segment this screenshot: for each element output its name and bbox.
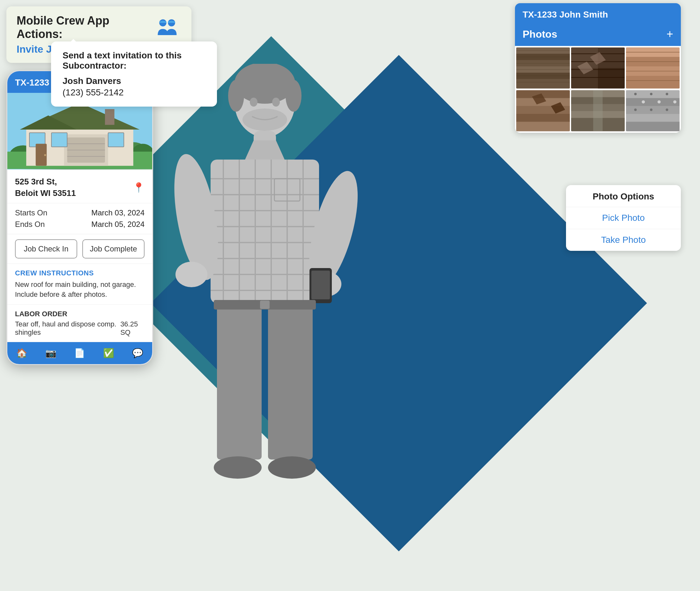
contact-phone: (123) 555-2142 xyxy=(63,87,205,97)
labor-title: LABOR ORDER xyxy=(15,310,145,318)
photo-thumb-2[interactable] xyxy=(571,47,625,89)
svg-point-88 xyxy=(250,97,258,107)
ends-value: March 05, 2024 xyxy=(91,220,145,229)
instructions-title: CREW INSTRUCTIONS xyxy=(15,269,145,277)
phone-labor: LABOR ORDER Tear off, haul and dispose c… xyxy=(7,305,152,342)
svg-rect-18 xyxy=(51,133,67,147)
svg-point-83 xyxy=(673,100,677,104)
svg-rect-68 xyxy=(593,90,603,131)
job-complete-button[interactable]: Job Complete xyxy=(82,239,145,259)
photos-grid xyxy=(515,46,681,133)
phone-mockup: TX-1233 John Smith xyxy=(6,70,153,365)
svg-point-82 xyxy=(657,100,661,104)
photos-title: Photos xyxy=(522,28,557,40)
svg-rect-74 xyxy=(626,122,680,131)
invite-card-title: Mobile Crew App Actions: xyxy=(17,14,156,41)
nav-checklist-icon[interactable]: ✅ xyxy=(103,348,114,358)
instructions-text: New roof for main building, not garage. … xyxy=(15,280,145,300)
contact-name: Josh Danvers xyxy=(63,76,205,86)
svg-rect-116 xyxy=(268,300,313,460)
svg-point-86 xyxy=(228,80,244,112)
phone-dates: Starts On March 03, 2024 Ends On March 0… xyxy=(7,203,152,234)
labor-desc: Tear off, haul and dispose comp. shingle… xyxy=(15,320,120,337)
nav-document-icon[interactable]: 📄 xyxy=(74,348,85,358)
svg-point-120 xyxy=(268,456,316,479)
svg-point-90 xyxy=(242,109,287,131)
svg-point-80 xyxy=(666,109,669,111)
svg-rect-114 xyxy=(311,271,330,299)
svg-point-81 xyxy=(642,100,645,104)
svg-rect-58 xyxy=(516,114,570,122)
svg-point-22 xyxy=(44,154,46,156)
crew-icon xyxy=(156,16,181,39)
phone-address: 525 3rd St, Beloit WI 53511 📍 xyxy=(7,170,152,203)
svg-rect-2 xyxy=(159,21,166,23)
svg-rect-115 xyxy=(217,300,262,460)
location-icon: 📍 xyxy=(133,182,145,193)
person-image xyxy=(121,48,408,527)
phone-instructions: CREW INSTRUCTIONS New roof for main buil… xyxy=(7,264,152,305)
photos-add-button[interactable]: + xyxy=(667,27,673,41)
svg-rect-118 xyxy=(260,301,270,309)
svg-point-77 xyxy=(666,93,669,95)
phone-nav-bar: 🏠 📷 📄 ✅ 💬 xyxy=(7,342,152,364)
photo-thumb-3[interactable] xyxy=(626,47,680,89)
nav-home-icon[interactable]: 🏠 xyxy=(16,348,27,358)
svg-point-119 xyxy=(214,456,262,479)
svg-point-78 xyxy=(634,109,637,111)
photo-thumb-1[interactable] xyxy=(516,47,570,89)
pick-photo-option[interactable]: Pick Photo xyxy=(566,207,681,229)
svg-rect-70 xyxy=(626,90,680,98)
svg-rect-49 xyxy=(626,76,680,89)
ends-label: Ends On xyxy=(15,220,45,229)
svg-point-75 xyxy=(634,93,637,95)
phone-action-buttons: Job Check In Job Complete xyxy=(7,234,152,264)
svg-rect-3 xyxy=(168,21,175,23)
svg-rect-20 xyxy=(105,109,115,125)
svg-point-76 xyxy=(650,93,652,95)
nav-chat-icon[interactable]: 💬 xyxy=(132,348,143,358)
svg-point-89 xyxy=(272,97,280,107)
svg-rect-38 xyxy=(598,68,625,88)
svg-point-111 xyxy=(176,262,207,287)
job-checkin-button[interactable]: Job Check In xyxy=(15,239,77,259)
address-line1: 525 3rd St, xyxy=(15,176,76,187)
svg-rect-59 xyxy=(516,122,570,131)
photos-panel-header: TX-1233 John Smith xyxy=(515,3,681,26)
address-line2: Beloit WI 53511 xyxy=(15,187,76,199)
svg-rect-71 xyxy=(626,98,680,106)
svg-point-79 xyxy=(650,109,652,111)
svg-rect-19 xyxy=(108,133,124,147)
labor-qty: 36.25 SQ xyxy=(120,320,145,337)
nav-camera-icon[interactable]: 📷 xyxy=(45,348,57,358)
invite-tooltip: Send a text invitation to this Subcontra… xyxy=(51,42,217,107)
tooltip-title: Send a text invitation to this Subcontra… xyxy=(63,50,205,71)
take-photo-option[interactable]: Take Photo xyxy=(566,229,681,251)
svg-point-87 xyxy=(286,80,301,112)
photo-thumb-4[interactable] xyxy=(516,90,570,131)
svg-rect-72 xyxy=(626,106,680,114)
svg-rect-73 xyxy=(626,114,680,122)
photo-options-menu: Photo Options Pick Photo Take Photo xyxy=(566,185,681,251)
starts-value: March 03, 2024 xyxy=(91,208,145,217)
starts-label: Starts On xyxy=(15,208,47,217)
photos-job-id: TX-1233 John Smith xyxy=(522,10,608,20)
photo-thumb-5[interactable] xyxy=(571,90,625,131)
photo-thumb-6[interactable] xyxy=(626,90,680,131)
photos-panel: TX-1233 John Smith Photos + xyxy=(515,3,681,133)
svg-rect-29 xyxy=(516,79,570,89)
photo-options-title: Photo Options xyxy=(566,185,681,207)
